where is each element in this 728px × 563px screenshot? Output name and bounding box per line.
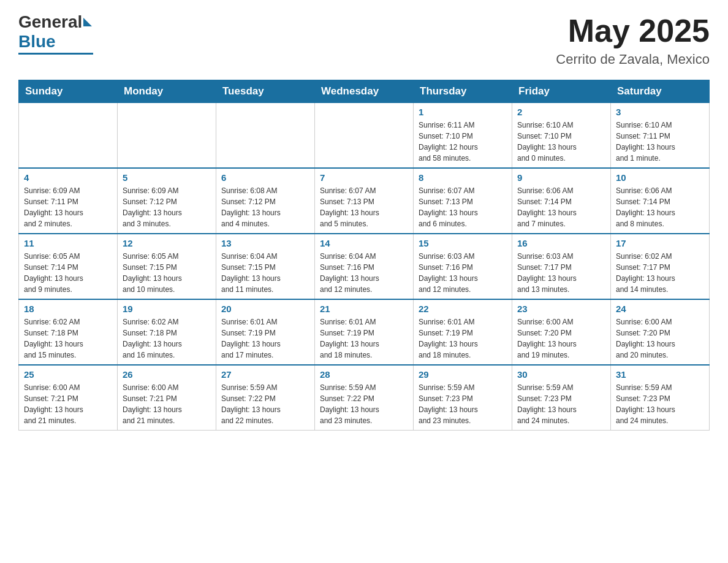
day-info: Sunrise: 6:07 AM Sunset: 7:13 PM Dayligh… xyxy=(320,185,408,229)
calendar-cell: 23Sunrise: 6:00 AM Sunset: 7:20 PM Dayli… xyxy=(512,299,611,365)
calendar-cell xyxy=(118,103,216,169)
location-subtitle: Cerrito de Zavala, Mexico xyxy=(556,52,710,67)
day-info: Sunrise: 6:03 AM Sunset: 7:17 PM Dayligh… xyxy=(517,251,605,295)
calendar-cell: 29Sunrise: 5:59 AM Sunset: 7:23 PM Dayli… xyxy=(414,365,512,431)
day-info: Sunrise: 6:00 AM Sunset: 7:21 PM Dayligh… xyxy=(24,382,112,426)
day-number: 30 xyxy=(517,369,605,380)
day-info: Sunrise: 6:02 AM Sunset: 7:18 PM Dayligh… xyxy=(24,316,112,361)
calendar-cell: 21Sunrise: 6:01 AM Sunset: 7:19 PM Dayli… xyxy=(315,299,414,365)
day-info: Sunrise: 6:00 AM Sunset: 7:21 PM Dayligh… xyxy=(123,382,211,426)
calendar-cell: 8Sunrise: 6:07 AM Sunset: 7:13 PM Daylig… xyxy=(414,168,512,234)
calendar-cell: 4Sunrise: 6:09 AM Sunset: 7:11 PM Daylig… xyxy=(19,168,118,234)
day-number: 19 xyxy=(123,304,211,314)
logo-arrow-icon xyxy=(83,18,92,26)
week-row-1: 1Sunrise: 6:11 AM Sunset: 7:10 PM Daylig… xyxy=(19,103,710,169)
header-thursday: Thursday xyxy=(414,80,512,103)
day-info: Sunrise: 6:04 AM Sunset: 7:16 PM Dayligh… xyxy=(320,251,408,295)
week-row-2: 4Sunrise: 6:09 AM Sunset: 7:11 PM Daylig… xyxy=(19,168,710,234)
header-wednesday: Wednesday xyxy=(315,80,414,103)
day-info: Sunrise: 6:05 AM Sunset: 7:14 PM Dayligh… xyxy=(24,251,112,295)
day-number: 15 xyxy=(419,238,507,248)
day-number: 14 xyxy=(320,238,408,248)
header-saturday: Saturday xyxy=(611,80,710,103)
header-friday: Friday xyxy=(512,80,611,103)
calendar-cell: 15Sunrise: 6:03 AM Sunset: 7:16 PM Dayli… xyxy=(414,234,512,299)
day-number: 6 xyxy=(221,172,309,183)
day-info: Sunrise: 6:07 AM Sunset: 7:13 PM Dayligh… xyxy=(419,185,507,229)
header-sunday: Sunday xyxy=(19,80,118,103)
day-info: Sunrise: 6:05 AM Sunset: 7:15 PM Dayligh… xyxy=(123,251,211,295)
calendar-cell: 1Sunrise: 6:11 AM Sunset: 7:10 PM Daylig… xyxy=(414,103,512,169)
week-row-4: 18Sunrise: 6:02 AM Sunset: 7:18 PM Dayli… xyxy=(19,299,710,365)
calendar-cell: 25Sunrise: 6:00 AM Sunset: 7:21 PM Dayli… xyxy=(19,365,118,431)
calendar-table: SundayMondayTuesdayWednesdayThursdayFrid… xyxy=(18,80,710,431)
calendar-cell: 7Sunrise: 6:07 AM Sunset: 7:13 PM Daylig… xyxy=(315,168,414,234)
calendar-cell: 3Sunrise: 6:10 AM Sunset: 7:11 PM Daylig… xyxy=(611,103,710,169)
day-info: Sunrise: 6:11 AM Sunset: 7:10 PM Dayligh… xyxy=(419,120,507,164)
logo-blue-text: Blue xyxy=(18,32,56,52)
calendar-cell: 24Sunrise: 6:00 AM Sunset: 7:20 PM Dayli… xyxy=(611,299,710,365)
calendar-cell xyxy=(315,103,414,169)
day-info: Sunrise: 6:03 AM Sunset: 7:16 PM Dayligh… xyxy=(419,251,507,295)
month-year-title: May 2025 xyxy=(556,12,710,49)
header-monday: Monday xyxy=(118,80,216,103)
calendar-cell: 19Sunrise: 6:02 AM Sunset: 7:18 PM Dayli… xyxy=(118,299,216,365)
day-number: 3 xyxy=(616,107,704,117)
day-info: Sunrise: 6:10 AM Sunset: 7:10 PM Dayligh… xyxy=(517,120,605,164)
day-info: Sunrise: 6:06 AM Sunset: 7:14 PM Dayligh… xyxy=(616,185,704,229)
calendar-cell: 5Sunrise: 6:09 AM Sunset: 7:12 PM Daylig… xyxy=(118,168,216,234)
day-info: Sunrise: 6:02 AM Sunset: 7:17 PM Dayligh… xyxy=(616,251,704,295)
day-number: 11 xyxy=(24,238,112,248)
calendar-cell: 14Sunrise: 6:04 AM Sunset: 7:16 PM Dayli… xyxy=(315,234,414,299)
day-number: 24 xyxy=(616,304,704,314)
day-number: 29 xyxy=(419,369,507,380)
day-number: 1 xyxy=(419,107,507,117)
day-info: Sunrise: 6:10 AM Sunset: 7:11 PM Dayligh… xyxy=(616,120,704,164)
day-info: Sunrise: 6:09 AM Sunset: 7:12 PM Dayligh… xyxy=(123,185,211,229)
day-info: Sunrise: 6:01 AM Sunset: 7:19 PM Dayligh… xyxy=(320,316,408,361)
header-tuesday: Tuesday xyxy=(216,80,315,103)
calendar-cell: 18Sunrise: 6:02 AM Sunset: 7:18 PM Dayli… xyxy=(19,299,118,365)
day-number: 16 xyxy=(517,238,605,248)
day-number: 5 xyxy=(123,172,211,183)
title-section: May 2025 Cerrito de Zavala, Mexico xyxy=(556,12,710,67)
day-number: 18 xyxy=(24,304,112,314)
day-number: 4 xyxy=(24,172,112,183)
calendar-cell: 16Sunrise: 6:03 AM Sunset: 7:17 PM Dayli… xyxy=(512,234,611,299)
day-info: Sunrise: 6:04 AM Sunset: 7:15 PM Dayligh… xyxy=(221,251,309,295)
day-info: Sunrise: 6:09 AM Sunset: 7:11 PM Dayligh… xyxy=(24,185,112,229)
day-number: 12 xyxy=(123,238,211,248)
calendar-cell: 13Sunrise: 6:04 AM Sunset: 7:15 PM Dayli… xyxy=(216,234,315,299)
calendar-cell xyxy=(19,103,118,169)
day-number: 22 xyxy=(419,304,507,314)
day-number: 21 xyxy=(320,304,408,314)
calendar-cell: 28Sunrise: 5:59 AM Sunset: 7:22 PM Dayli… xyxy=(315,365,414,431)
day-number: 23 xyxy=(517,304,605,314)
day-info: Sunrise: 6:00 AM Sunset: 7:20 PM Dayligh… xyxy=(517,316,605,361)
calendar-cell: 17Sunrise: 6:02 AM Sunset: 7:17 PM Dayli… xyxy=(611,234,710,299)
day-info: Sunrise: 5:59 AM Sunset: 7:22 PM Dayligh… xyxy=(320,382,408,426)
day-number: 8 xyxy=(419,172,507,183)
day-info: Sunrise: 5:59 AM Sunset: 7:23 PM Dayligh… xyxy=(517,382,605,426)
calendar-cell xyxy=(216,103,315,169)
day-info: Sunrise: 5:59 AM Sunset: 7:23 PM Dayligh… xyxy=(616,382,704,426)
day-info: Sunrise: 6:08 AM Sunset: 7:12 PM Dayligh… xyxy=(221,185,309,229)
logo-general-text: General xyxy=(18,12,82,32)
calendar-cell: 31Sunrise: 5:59 AM Sunset: 7:23 PM Dayli… xyxy=(611,365,710,431)
week-row-3: 11Sunrise: 6:05 AM Sunset: 7:14 PM Dayli… xyxy=(19,234,710,299)
logo: General Blue xyxy=(18,12,93,55)
calendar-cell: 2Sunrise: 6:10 AM Sunset: 7:10 PM Daylig… xyxy=(512,103,611,169)
calendar-cell: 26Sunrise: 6:00 AM Sunset: 7:21 PM Dayli… xyxy=(118,365,216,431)
calendar-cell: 20Sunrise: 6:01 AM Sunset: 7:19 PM Dayli… xyxy=(216,299,315,365)
calendar-cell: 12Sunrise: 6:05 AM Sunset: 7:15 PM Dayli… xyxy=(118,234,216,299)
day-number: 31 xyxy=(616,369,704,380)
day-info: Sunrise: 6:01 AM Sunset: 7:19 PM Dayligh… xyxy=(221,316,309,361)
day-number: 13 xyxy=(221,238,309,248)
day-info: Sunrise: 6:06 AM Sunset: 7:14 PM Dayligh… xyxy=(517,185,605,229)
day-number: 9 xyxy=(517,172,605,183)
page-header: General Blue May 2025 Cerrito de Zavala,… xyxy=(18,12,710,67)
day-number: 27 xyxy=(221,369,309,380)
calendar-cell: 22Sunrise: 6:01 AM Sunset: 7:19 PM Dayli… xyxy=(414,299,512,365)
calendar-cell: 30Sunrise: 5:59 AM Sunset: 7:23 PM Dayli… xyxy=(512,365,611,431)
week-row-5: 25Sunrise: 6:00 AM Sunset: 7:21 PM Dayli… xyxy=(19,365,710,431)
